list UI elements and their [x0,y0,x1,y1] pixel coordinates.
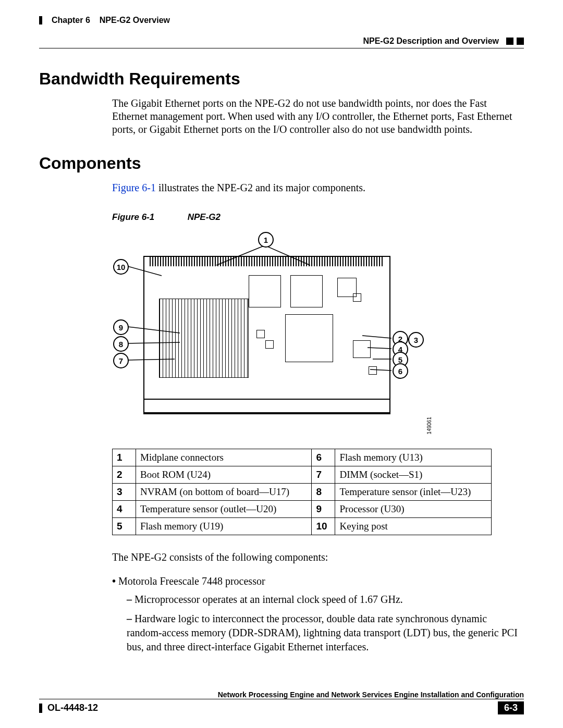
figure-caption: Figure 6-1 NPE-G2 [112,212,524,223]
page-number-badge: 6-3 [498,701,524,714]
bullet-processor-text: Motorola Freescale 7448 processor [118,575,265,587]
table-num: 4 [113,501,136,518]
table-desc: NVRAM (on bottom of board—U17) [136,484,312,501]
table-desc: Flash memory (U13) [335,449,492,466]
header-section: NPE-G2 Description and Overview [363,36,499,46]
board-illustration [143,256,390,414]
callout-9: 9 [113,319,129,335]
footer-rule [39,699,524,699]
table-num: 5 [113,518,136,535]
table-desc: Temperature sensor (inlet—U23) [335,484,492,501]
table-num: 9 [312,501,335,518]
footer-bar-icon [39,704,42,713]
header-chapter: Chapter 6 [52,16,90,25]
page-footer: Network Processing Engine and Network Se… [39,690,524,714]
header-bar-icon [39,16,42,24]
table-row: 4Temperature sensor (outlet—U20)9Process… [113,501,492,518]
component-icon [265,340,274,349]
footer-left: OL-4448-12 [39,702,98,713]
table-num: 1 [113,449,136,466]
components-table: 1Midplane connectors6Flash memory (U13)2… [112,449,492,535]
callout-10: 10 [113,259,129,275]
components-intro: Figure 6-1 illustrates the NPE-G2 and it… [112,181,524,194]
footer-doc-code: OL-4448-12 [47,702,98,713]
post-table-paragraph: The NPE-G2 consists of the following com… [112,551,524,564]
table-num: 7 [312,466,335,484]
table-row: 3NVRAM (on bottom of board—U17)8Temperat… [113,484,492,501]
callout-3: 3 [408,332,424,348]
callout-8: 8 [113,336,129,352]
figure-image-code: 149061 [426,417,432,434]
table-desc: Boot ROM (U24) [136,466,312,484]
figure-wrap: 1 2 3 4 5 6 7 8 9 10 149061 [112,229,524,437]
chip-icon [353,340,371,358]
figure-number: Figure 6-1 [112,212,185,223]
table-num: 2 [113,466,136,484]
bandwidth-paragraph: The Gigabit Ethernet ports on the NPE-G2… [112,97,524,136]
heatsink-icon [159,299,249,378]
header-title: NPE-G2 Overview [100,16,170,25]
header-right: NPE-G2 Description and Overview [363,36,524,46]
component-icon [369,366,377,375]
table-row: 2Boot ROM (U24)7DIMM (socket—S1) [113,466,492,484]
table-num: 10 [312,518,335,535]
table-desc: Flash memory (U19) [136,518,312,535]
table-desc: Keying post [335,518,492,535]
callout-1: 1 [258,232,274,248]
table-desc: Processor (U30) [335,501,492,518]
footer-doc-title: Network Processing Engine and Network Se… [39,690,524,699]
components-intro-rest: illustrates the NPE-G2 and its major com… [156,182,365,193]
header-squares-icon [506,38,524,45]
table-desc: Temperature sensor (outlet—U20) [136,501,312,518]
table-desc: Midplane connectors [136,449,312,466]
callout-6: 6 [393,363,408,379]
figure-reference-link[interactable]: Figure 6-1 [112,182,156,193]
table-num: 8 [312,484,335,501]
subbullet-clock: Microprocessor operates at an internal c… [127,593,524,607]
midplane-connectors-icon [150,257,384,266]
chip-icon [290,275,323,307]
heading-components: Components [39,154,524,173]
table-row: 5Flash memory (U19)10Keying post [113,518,492,535]
npe-g2-figure: 1 2 3 4 5 6 7 8 9 10 149061 [112,229,414,437]
table-num: 6 [312,449,335,466]
figure-title: NPE-G2 [188,212,221,222]
chip-icon [285,314,333,362]
bullet-processor: Motorola Freescale 7448 processor Microp… [112,574,524,654]
table-desc: DIMM (socket—S1) [335,466,492,484]
chip-icon [249,275,281,307]
component-bullets: Motorola Freescale 7448 processor Microp… [112,574,524,654]
table-num: 3 [113,484,136,501]
component-icon [256,330,265,338]
subbullet-hardware: Hardware logic to interconnect the proce… [127,612,524,654]
table-row: 1Midplane connectors6Flash memory (U13) [113,449,492,466]
header-left: Chapter 6 NPE-G2 Overview [39,16,170,25]
component-icon [353,293,361,302]
heading-bandwidth: Bandwidth Requirements [39,69,524,89]
callout-7: 7 [113,353,129,368]
faceplate-icon [143,399,390,413]
header-rule [39,48,524,48]
